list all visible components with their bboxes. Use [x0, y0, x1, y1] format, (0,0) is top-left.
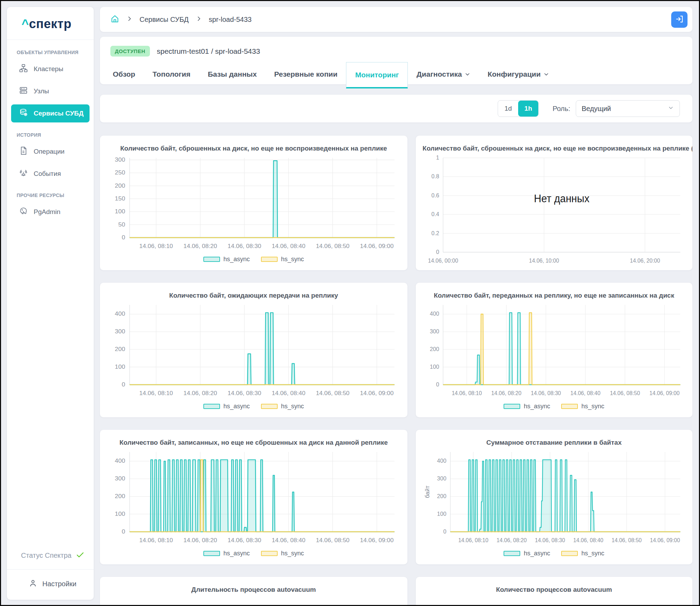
tab-label: Диагностика	[416, 70, 462, 78]
legend-label: hs_sync	[581, 550, 604, 557]
chart-title: Количество байт, переданных на реплику, …	[434, 292, 674, 299]
svg-text:200: 200	[437, 493, 446, 500]
logo-text: спектр	[29, 17, 71, 31]
legend-item-hs_async[interactable]: hs_async	[203, 550, 250, 557]
chart-title: Суммарное отставание реплики в байтах	[486, 439, 622, 446]
legend-item-hs_sync[interactable]: hs_sync	[261, 403, 304, 410]
svg-text:14.06, 08:40: 14.06, 08:40	[272, 243, 305, 249]
sidebar-item-nodes[interactable]: Узлы	[11, 82, 90, 100]
sidebar-section-label: ОБЪЕКТЫ УПРАВЛЕНИЯ	[7, 40, 94, 56]
svg-text:0.8: 0.8	[431, 173, 439, 180]
legend-item-hs_sync[interactable]: hs_sync	[561, 550, 604, 557]
svg-text:14.06, 08:10: 14.06, 08:10	[139, 537, 173, 543]
legend-item-hs_async[interactable]: hs_async	[504, 403, 550, 410]
svg-text:14.06, 08:30: 14.06, 08:30	[228, 537, 261, 543]
legend-item-hs_async[interactable]: hs_async	[203, 256, 250, 263]
svg-text:14.06, 09:00: 14.06, 09:00	[360, 243, 394, 249]
svg-text:200: 200	[430, 346, 439, 353]
sidebar-item-label: События	[34, 170, 61, 178]
sidebar-item-label: Узлы	[34, 87, 49, 95]
svg-text:100: 100	[115, 511, 125, 517]
svg-text:14.06, 08:40: 14.06, 08:40	[272, 390, 305, 396]
chart-card: Количество байт, переданных на реплику, …	[416, 283, 692, 417]
tab-базы-данных[interactable]: Базы данных	[199, 64, 265, 84]
role-select[interactable]: Ведущий	[576, 100, 680, 117]
sidebar-item-db-services[interactable]: Сервисы СУБД	[11, 104, 90, 122]
sidebar-item-label: PgAdmin	[34, 208, 60, 216]
tab-обзор[interactable]: Обзор	[104, 64, 144, 84]
user-icon	[28, 579, 37, 589]
tab-топология[interactable]: Топология	[144, 64, 199, 84]
legend-item-hs_async[interactable]: hs_async	[504, 550, 550, 557]
svg-text:14.06, 10:00: 14.06, 10:00	[529, 257, 559, 264]
svg-text:14.06, 08:20: 14.06, 08:20	[496, 537, 526, 543]
tab-резервные-копии[interactable]: Резервные копии	[265, 64, 346, 84]
legend-label: hs_async	[524, 550, 550, 557]
operations-icon	[19, 146, 28, 157]
sidebar-item-pgadmin[interactable]: PgAdmin	[11, 203, 90, 221]
legend-label: hs_async	[224, 550, 250, 557]
svg-text:14.06, 08:30: 14.06, 08:30	[228, 243, 261, 249]
svg-text:250: 250	[115, 169, 125, 176]
legend-label: hs_sync	[281, 403, 304, 410]
legend-label: hs_sync	[281, 256, 304, 263]
service-header-row: ДОСТУПЕН spectrum-test01 / spr-load-5433	[100, 46, 692, 64]
tab-мониторинг[interactable]: Мониторинг	[346, 62, 408, 88]
svg-text:14.06, 09:00: 14.06, 09:00	[650, 537, 680, 543]
home-icon[interactable]	[110, 14, 119, 25]
svg-text:14.06, 20:00: 14.06, 20:00	[630, 257, 660, 264]
sidebar-bottom: Статус Спектра Настройки	[7, 550, 94, 600]
tab-label: Топология	[153, 70, 191, 78]
chart-legend: hs_asynchs_sync	[203, 256, 304, 263]
breadcrumb-bar: Сервисы СУБД spr-load-5433	[100, 7, 692, 32]
tab-диагностика[interactable]: Диагностика	[408, 64, 479, 84]
spectr-status-label: Статус Спектра	[21, 552, 71, 560]
sidebar-item-operations[interactable]: Операции	[11, 143, 90, 161]
chart-title: Количество байт, записанных, но еще не с…	[119, 439, 388, 446]
sidebar-item-events[interactable]: События	[11, 165, 90, 183]
sidebar-section-label: ИСТОРИЯ	[7, 122, 94, 138]
svg-text:300: 300	[115, 156, 125, 163]
svg-text:14.06, 08:50: 14.06, 08:50	[316, 243, 349, 249]
chart-plot: 010020030040014.06, 08:1014.06, 08:2014.…	[107, 300, 400, 400]
legend-item-hs_async[interactable]: hs_async	[203, 403, 250, 410]
sidebar-item-clusters[interactable]: Кластеры	[11, 60, 90, 78]
tab-label: Обзор	[113, 70, 135, 78]
legend-item-hs_sync[interactable]: hs_sync	[261, 550, 304, 557]
svg-text:14.06, 08:50: 14.06, 08:50	[316, 390, 349, 396]
chart-plot: 05010015020025030014.06, 08:1014.06, 08:…	[107, 153, 400, 253]
svg-text:14.06, 08:10: 14.06, 08:10	[452, 390, 482, 396]
sidebar-item-label: Кластеры	[34, 65, 64, 73]
sidebar: ^спектр ОБЪЕКТЫ УПРАВЛЕНИЯКластерыУзлыСе…	[7, 7, 94, 600]
chart-title: Количество процессов autovacuum	[496, 586, 612, 594]
chart-plot: 010020030040014.06, 08:1014.06, 08:2014.…	[423, 300, 685, 400]
chart-card: Количество байт, записанных, но еще не с…	[100, 430, 407, 564]
legend-swatch	[561, 404, 578, 409]
logo-caret-icon: ^	[22, 17, 29, 31]
app-logo: ^спектр	[7, 7, 94, 40]
svg-text:0: 0	[122, 234, 125, 240]
time-range-segmented: 1d1h	[498, 100, 539, 117]
svg-text:14.06, 08:40: 14.06, 08:40	[272, 537, 305, 543]
legend-swatch	[504, 551, 520, 556]
legend-item-hs_sync[interactable]: hs_sync	[261, 256, 304, 263]
breadcrumb-item-services[interactable]: Сервисы СУБД	[140, 16, 189, 24]
chart-legend: hs_asynchs_sync	[203, 550, 304, 557]
tab-конфигурации[interactable]: Конфигурации	[479, 64, 558, 84]
chart-plot: 010020030040014.06, 08:1014.06, 08:2014.…	[107, 447, 400, 547]
range-option-1d[interactable]: 1d	[498, 101, 518, 117]
sidebar-item-settings[interactable]: Настройки	[7, 569, 94, 600]
pgadmin-icon	[19, 206, 28, 217]
role-group: Роль: Ведущий	[553, 100, 680, 117]
chart-title: Количество байт, сброшенных на диск, но …	[423, 145, 685, 152]
chart-card: Суммарное отставание реплики в байтах010…	[416, 430, 692, 564]
legend-label: hs_async	[524, 403, 550, 410]
svg-text:14.06, 09:00: 14.06, 09:00	[649, 390, 680, 396]
logout-button[interactable]	[671, 11, 688, 28]
service-title: spectrum-test01 / spr-load-5433	[157, 47, 260, 56]
svg-text:14.06, 08:20: 14.06, 08:20	[184, 537, 217, 543]
main-content: Сервисы СУБД spr-load-5433 ДОСТУПЕН spec…	[100, 7, 692, 606]
legend-item-hs_sync[interactable]: hs_sync	[561, 403, 604, 410]
range-option-1h[interactable]: 1h	[518, 101, 538, 117]
svg-text:150: 150	[115, 195, 125, 202]
